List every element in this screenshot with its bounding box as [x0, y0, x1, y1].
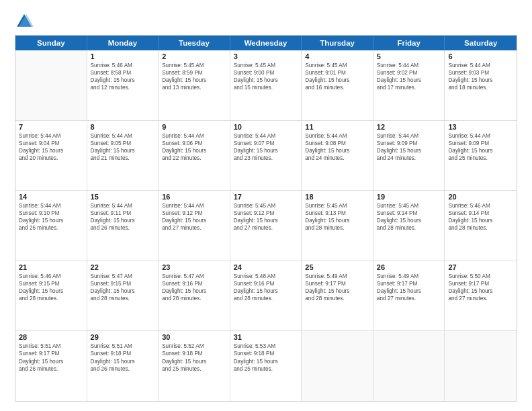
day-info: Sunrise: 5:45 AMSunset: 8:59 PMDaylight:…	[162, 62, 226, 91]
empty-cell	[15, 50, 87, 120]
day-cell-13: 13Sunrise: 5:44 AMSunset: 9:09 PMDayligh…	[445, 121, 517, 191]
header-day-sunday: Sunday	[15, 36, 87, 50]
day-number: 2	[162, 52, 226, 60]
day-cell-28: 28Sunrise: 5:51 AMSunset: 9:17 PMDayligh…	[15, 331, 87, 401]
day-cell-6: 6Sunrise: 5:44 AMSunset: 9:03 PMDaylight…	[445, 50, 517, 120]
header-day-saturday: Saturday	[445, 36, 517, 50]
day-info: Sunrise: 5:44 AMSunset: 9:09 PMDaylight:…	[377, 132, 441, 162]
day-cell-27: 27Sunrise: 5:50 AMSunset: 9:17 PMDayligh…	[445, 261, 517, 331]
day-cell-29: 29Sunrise: 5:51 AMSunset: 9:18 PMDayligh…	[87, 331, 159, 401]
calendar-week-4: 21Sunrise: 5:46 AMSunset: 9:15 PMDayligh…	[15, 261, 517, 332]
day-cell-2: 2Sunrise: 5:45 AMSunset: 8:59 PMDaylight…	[159, 50, 230, 120]
day-cell-7: 7Sunrise: 5:44 AMSunset: 9:04 PMDaylight…	[15, 121, 87, 191]
day-number: 15	[91, 193, 155, 201]
day-cell-25: 25Sunrise: 5:49 AMSunset: 9:17 PMDayligh…	[302, 261, 373, 331]
calendar-week-3: 14Sunrise: 5:44 AMSunset: 9:10 PMDayligh…	[15, 191, 517, 261]
day-info: Sunrise: 5:44 AMSunset: 9:12 PMDaylight:…	[162, 202, 226, 232]
calendar-header: SundayMondayTuesdayWednesdayThursdayFrid…	[15, 36, 517, 50]
day-cell-3: 3Sunrise: 5:45 AMSunset: 9:00 PMDaylight…	[230, 50, 302, 120]
day-number: 21	[19, 263, 83, 271]
day-cell-18: 18Sunrise: 5:45 AMSunset: 9:13 PMDayligh…	[302, 191, 373, 261]
day-number: 27	[448, 263, 513, 271]
day-number: 26	[377, 263, 441, 271]
day-number: 3	[234, 52, 298, 60]
day-cell-8: 8Sunrise: 5:44 AMSunset: 9:05 PMDaylight…	[87, 121, 159, 191]
day-number: 6	[448, 52, 513, 60]
day-cell-4: 4Sunrise: 5:45 AMSunset: 9:01 PMDaylight…	[302, 50, 373, 120]
day-info: Sunrise: 5:46 AMSunset: 8:58 PMDaylight:…	[91, 62, 155, 91]
day-number: 16	[162, 193, 226, 201]
calendar-week-5: 28Sunrise: 5:51 AMSunset: 9:17 PMDayligh…	[15, 331, 517, 401]
day-cell-21: 21Sunrise: 5:46 AMSunset: 9:15 PMDayligh…	[15, 261, 87, 331]
day-number: 29	[91, 333, 155, 341]
day-info: Sunrise: 5:44 AMSunset: 9:06 PMDaylight:…	[162, 132, 226, 162]
calendar: SundayMondayTuesdayWednesdayThursdayFrid…	[15, 35, 517, 402]
day-cell-26: 26Sunrise: 5:49 AMSunset: 9:17 PMDayligh…	[373, 261, 445, 331]
calendar-body: 1Sunrise: 5:46 AMSunset: 8:58 PMDaylight…	[15, 50, 517, 401]
day-info: Sunrise: 5:44 AMSunset: 9:11 PMDaylight:…	[91, 202, 155, 232]
day-cell-10: 10Sunrise: 5:44 AMSunset: 9:07 PMDayligh…	[230, 121, 302, 191]
day-number: 17	[234, 193, 298, 201]
day-cell-30: 30Sunrise: 5:52 AMSunset: 9:18 PMDayligh…	[159, 331, 230, 401]
day-number: 22	[91, 263, 155, 271]
day-number: 25	[305, 263, 369, 271]
day-info: Sunrise: 5:44 AMSunset: 9:09 PMDaylight:…	[448, 132, 513, 162]
day-info: Sunrise: 5:47 AMSunset: 9:15 PMDaylight:…	[91, 273, 155, 302]
day-info: Sunrise: 5:45 AMSunset: 9:13 PMDaylight:…	[305, 202, 369, 232]
header-day-wednesday: Wednesday	[230, 36, 302, 50]
day-number: 4	[305, 52, 369, 60]
day-cell-5: 5Sunrise: 5:44 AMSunset: 9:02 PMDaylight…	[373, 50, 445, 120]
day-number: 28	[19, 333, 83, 341]
day-cell-12: 12Sunrise: 5:44 AMSunset: 9:09 PMDayligh…	[373, 121, 445, 191]
day-info: Sunrise: 5:50 AMSunset: 9:17 PMDaylight:…	[448, 273, 513, 302]
day-info: Sunrise: 5:45 AMSunset: 9:14 PMDaylight:…	[377, 202, 441, 232]
day-number: 11	[305, 123, 369, 131]
calendar-week-1: 1Sunrise: 5:46 AMSunset: 8:58 PMDaylight…	[15, 50, 517, 121]
day-cell-17: 17Sunrise: 5:45 AMSunset: 9:12 PMDayligh…	[230, 191, 302, 261]
day-number: 8	[91, 123, 155, 131]
day-cell-24: 24Sunrise: 5:48 AMSunset: 9:16 PMDayligh…	[230, 261, 302, 331]
day-info: Sunrise: 5:47 AMSunset: 9:16 PMDaylight:…	[162, 273, 226, 302]
day-info: Sunrise: 5:53 AMSunset: 9:18 PMDaylight:…	[234, 342, 298, 372]
day-number: 7	[19, 123, 83, 131]
header-day-tuesday: Tuesday	[159, 36, 230, 50]
day-cell-31: 31Sunrise: 5:53 AMSunset: 9:18 PMDayligh…	[230, 331, 302, 401]
day-number: 14	[19, 193, 83, 201]
day-number: 10	[234, 123, 298, 131]
day-cell-23: 23Sunrise: 5:47 AMSunset: 9:16 PMDayligh…	[159, 261, 230, 331]
day-info: Sunrise: 5:51 AMSunset: 9:18 PMDaylight:…	[91, 342, 155, 372]
day-info: Sunrise: 5:49 AMSunset: 9:17 PMDaylight:…	[377, 273, 441, 302]
day-info: Sunrise: 5:45 AMSunset: 9:01 PMDaylight:…	[305, 62, 369, 91]
day-info: Sunrise: 5:44 AMSunset: 9:10 PMDaylight:…	[19, 202, 83, 232]
day-number: 19	[377, 193, 441, 201]
day-info: Sunrise: 5:44 AMSunset: 9:04 PMDaylight:…	[19, 132, 83, 162]
day-info: Sunrise: 5:44 AMSunset: 9:07 PMDaylight:…	[234, 132, 298, 162]
calendar-week-2: 7Sunrise: 5:44 AMSunset: 9:04 PMDaylight…	[15, 121, 517, 191]
header-day-thursday: Thursday	[302, 36, 373, 50]
day-number: 18	[305, 193, 369, 201]
day-info: Sunrise: 5:44 AMSunset: 9:08 PMDaylight:…	[305, 132, 369, 162]
empty-cell	[445, 331, 517, 401]
day-info: Sunrise: 5:46 AMSunset: 9:15 PMDaylight:…	[19, 273, 83, 302]
day-info: Sunrise: 5:44 AMSunset: 9:03 PMDaylight:…	[448, 62, 513, 91]
day-cell-1: 1Sunrise: 5:46 AMSunset: 8:58 PMDaylight…	[87, 50, 159, 120]
day-number: 31	[234, 333, 298, 341]
logo-icon	[15, 12, 34, 31]
day-number: 5	[377, 52, 441, 60]
day-info: Sunrise: 5:49 AMSunset: 9:17 PMDaylight:…	[305, 273, 369, 302]
logo	[15, 12, 36, 31]
day-number: 1	[91, 52, 155, 60]
day-info: Sunrise: 5:45 AMSunset: 9:12 PMDaylight:…	[234, 202, 298, 232]
day-number: 30	[162, 333, 226, 341]
day-info: Sunrise: 5:44 AMSunset: 9:02 PMDaylight:…	[377, 62, 441, 91]
day-cell-14: 14Sunrise: 5:44 AMSunset: 9:10 PMDayligh…	[15, 191, 87, 261]
day-info: Sunrise: 5:45 AMSunset: 9:00 PMDaylight:…	[234, 62, 298, 91]
day-info: Sunrise: 5:46 AMSunset: 9:14 PMDaylight:…	[448, 202, 513, 232]
day-number: 23	[162, 263, 226, 271]
day-number: 9	[162, 123, 226, 131]
day-cell-9: 9Sunrise: 5:44 AMSunset: 9:06 PMDaylight…	[159, 121, 230, 191]
day-cell-22: 22Sunrise: 5:47 AMSunset: 9:15 PMDayligh…	[87, 261, 159, 331]
day-number: 13	[448, 123, 513, 131]
day-info: Sunrise: 5:51 AMSunset: 9:17 PMDaylight:…	[19, 342, 83, 372]
day-cell-15: 15Sunrise: 5:44 AMSunset: 9:11 PMDayligh…	[87, 191, 159, 261]
